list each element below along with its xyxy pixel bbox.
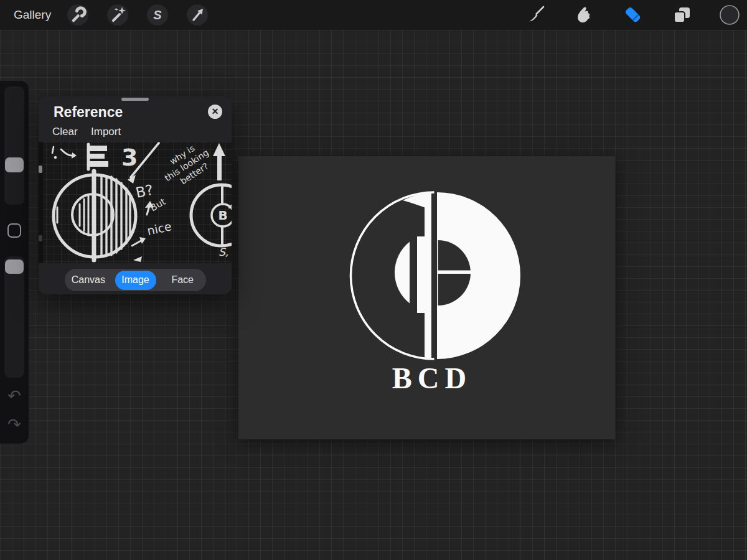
close-button[interactable]: × [208, 105, 222, 119]
sketch-number: 3 [121, 144, 138, 171]
sketch-nice: nice [146, 219, 172, 238]
opacity-slider[interactable] [4, 256, 24, 378]
eraser-icon [622, 4, 644, 26]
reference-sketch: 3 B? But nice why is this looking better… [39, 142, 232, 263]
logo-text: BCD [392, 362, 472, 394]
tab-image-selected[interactable]: Image [112, 269, 159, 291]
undo-button[interactable]: ↶ [0, 388, 29, 404]
gallery-button[interactable]: Gallery [14, 0, 51, 30]
redo-icon: ↷ [7, 415, 21, 434]
color-button[interactable] [719, 4, 740, 26]
adjustments-button[interactable] [107, 4, 128, 26]
smudge-button[interactable] [573, 4, 594, 26]
sidebar: ↶ ↷ [0, 81, 29, 444]
brush-icon [526, 4, 547, 26]
reference-mode-tabs: Canvas Image Face [65, 269, 206, 291]
top-toolbar: Gallery S [0, 0, 747, 30]
layers-icon [671, 4, 692, 26]
actions-button[interactable] [67, 4, 88, 26]
reference-image[interactable]: 3 B? But nice why is this looking better… [39, 142, 232, 263]
current-color-swatch [719, 4, 740, 26]
bcd-logo-artwork: BCD [238, 156, 615, 439]
clear-button[interactable]: Clear [52, 126, 78, 138]
sketch-but: But [148, 196, 167, 213]
brush-size-slider[interactable] [4, 86, 24, 205]
sketch-b-question: B? [134, 182, 155, 201]
opacity-slider-handle[interactable] [5, 259, 24, 274]
tab-canvas[interactable]: Canvas [65, 269, 112, 291]
transform-arrow-icon [187, 4, 208, 26]
brush-button[interactable] [526, 4, 547, 26]
wrench-icon [67, 4, 88, 26]
undo-icon: ↶ [7, 386, 21, 405]
import-button[interactable]: Import [91, 126, 121, 138]
sketch-b-letter: B [218, 208, 227, 223]
reference-panel[interactable]: Reference × Clear Import [39, 96, 232, 294]
selection-button[interactable]: S [147, 4, 168, 26]
sketch-handwriting: why is this looking better? [157, 142, 217, 192]
close-icon: × [212, 105, 218, 118]
drag-handle[interactable] [121, 98, 149, 101]
layers-button[interactable] [671, 4, 692, 26]
magic-wand-icon [107, 4, 128, 26]
sketch-s-note: S, [218, 246, 228, 258]
brush-size-slider-handle[interactable] [5, 157, 24, 172]
tab-face[interactable]: Face [159, 269, 206, 291]
eraser-button-selected[interactable] [622, 4, 644, 26]
selection-s-icon: S [153, 8, 161, 22]
smudge-finger-icon [573, 4, 594, 26]
reference-panel-title: Reference [54, 104, 123, 121]
modify-button[interactable] [7, 223, 21, 238]
redo-button[interactable]: ↷ [0, 416, 29, 432]
transform-button[interactable] [187, 4, 208, 26]
drawing-canvas[interactable]: BCD [238, 156, 615, 439]
